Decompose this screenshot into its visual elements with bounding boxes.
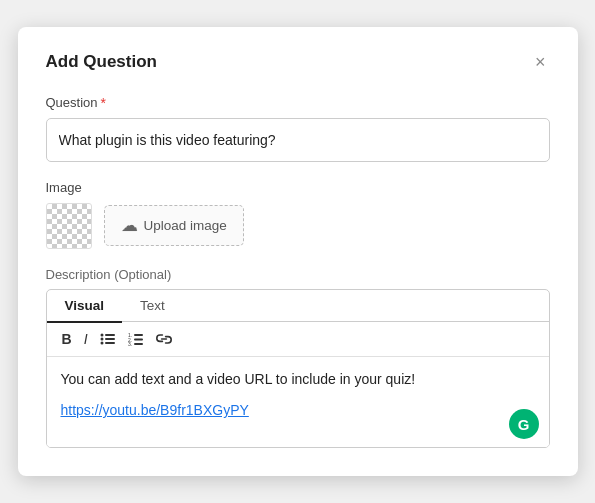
editor-line-2: https://youtu.be/B9fr1BXGyPY: [61, 400, 535, 421]
image-placeholder: [46, 203, 92, 249]
ordered-list-button[interactable]: 1. 2. 3.: [123, 329, 149, 349]
question-label: Question *: [46, 95, 550, 111]
dialog-header: Add Question ×: [46, 51, 550, 73]
italic-button[interactable]: I: [79, 329, 93, 349]
ordered-list-icon: 1. 2. 3.: [128, 332, 144, 346]
svg-rect-11: [134, 343, 143, 345]
link-icon: [156, 332, 172, 346]
svg-point-0: [100, 334, 103, 337]
description-section: Description (Optional) Visual Text B I: [46, 267, 550, 449]
description-label: Description (Optional): [46, 267, 550, 282]
editor-content[interactable]: You can add text and a video URL to incl…: [47, 357, 549, 447]
link-button[interactable]: [151, 329, 177, 349]
svg-rect-3: [105, 338, 115, 340]
upload-image-button[interactable]: ☁ Upload image: [104, 205, 244, 246]
upload-icon: ☁: [121, 215, 138, 236]
dialog-title: Add Question: [46, 52, 157, 72]
image-label: Image: [46, 180, 550, 195]
upload-image-label: Upload image: [144, 218, 227, 233]
tab-visual[interactable]: Visual: [47, 290, 123, 323]
add-question-dialog: Add Question × Question * Image ☁ Upload…: [18, 27, 578, 477]
svg-rect-7: [134, 334, 143, 336]
editor-toolbar: B I 1. 2.: [47, 322, 549, 357]
editor-line-1: You can add text and a video URL to incl…: [61, 369, 535, 390]
svg-point-4: [100, 342, 103, 345]
svg-point-2: [100, 338, 103, 341]
grammarly-button[interactable]: G: [509, 409, 539, 439]
svg-rect-1: [105, 334, 115, 336]
bold-button[interactable]: B: [57, 329, 77, 349]
svg-rect-9: [134, 339, 143, 341]
editor-container: Visual Text B I: [46, 289, 550, 449]
image-section: Image ☁ Upload image: [46, 180, 550, 249]
editor-tabs: Visual Text: [47, 290, 549, 323]
unordered-list-button[interactable]: [95, 329, 121, 349]
required-indicator: *: [101, 95, 106, 111]
question-input[interactable]: [46, 118, 550, 162]
image-row: ☁ Upload image: [46, 203, 550, 249]
tab-text[interactable]: Text: [122, 290, 183, 323]
unordered-list-icon: [100, 332, 116, 346]
svg-rect-5: [105, 342, 115, 344]
svg-text:3.: 3.: [128, 341, 132, 346]
close-button[interactable]: ×: [531, 51, 550, 73]
